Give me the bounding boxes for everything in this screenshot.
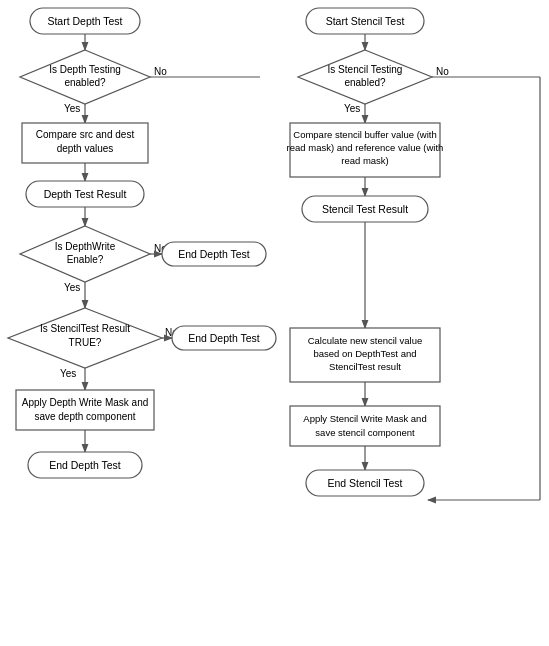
svg-rect-66 [290,406,440,446]
svg-text:enabled?: enabled? [64,77,106,88]
svg-text:enabled?: enabled? [344,77,386,88]
svg-text:TRUE?: TRUE? [69,337,102,348]
svg-text:Is Stencil Testing: Is Stencil Testing [328,64,403,75]
svg-text:Yes: Yes [344,103,360,114]
svg-text:Start Depth Test: Start Depth Test [47,15,122,27]
svg-text:based on DepthTest and: based on DepthTest and [314,348,417,359]
svg-text:Calculate new stencil value: Calculate new stencil value [308,335,423,346]
svg-text:End Depth Test: End Depth Test [188,332,260,344]
svg-text:Yes: Yes [64,282,80,293]
svg-text:Is Depth Testing: Is Depth Testing [49,64,121,75]
svg-text:Compare src and dest: Compare src and dest [36,129,135,140]
flowchart: Start Depth Test Is Depth Testing enable… [0,0,549,646]
svg-text:Is StencilTest Result: Is StencilTest Result [40,323,130,334]
svg-text:read mask): read mask) [341,155,389,166]
svg-text:Yes: Yes [60,368,76,379]
diagram: Start Depth Test Is Depth Testing enable… [0,0,549,646]
svg-text:Compare stencil buffer value (: Compare stencil buffer value (with [293,129,436,140]
svg-rect-35 [16,390,154,430]
svg-text:No: No [154,66,167,77]
svg-text:Apply Depth Write Mask and: Apply Depth Write Mask and [22,397,149,408]
svg-text:save depth component: save depth component [34,411,135,422]
svg-text:Apply Stencil Write Mask and: Apply Stencil Write Mask and [303,413,426,424]
svg-text:Yes: Yes [64,103,80,114]
svg-text:Is DepthWrite: Is DepthWrite [55,241,116,252]
svg-text:save stencil component: save stencil component [315,427,415,438]
svg-text:StencilTest result: StencilTest result [329,361,401,372]
svg-text:Enable?: Enable? [67,254,104,265]
svg-text:End Depth Test: End Depth Test [49,459,121,471]
svg-text:Depth Test Result: Depth Test Result [44,188,127,200]
svg-text:Stencil Test Result: Stencil Test Result [322,203,408,215]
svg-text:Start Stencil Test: Start Stencil Test [326,15,405,27]
svg-text:read mask) and reference value: read mask) and reference value (with [287,142,444,153]
svg-text:No: No [436,66,449,77]
svg-text:depth values: depth values [57,143,114,154]
svg-text:End Stencil Test: End Stencil Test [327,477,402,489]
svg-text:End Depth Test: End Depth Test [178,248,250,260]
